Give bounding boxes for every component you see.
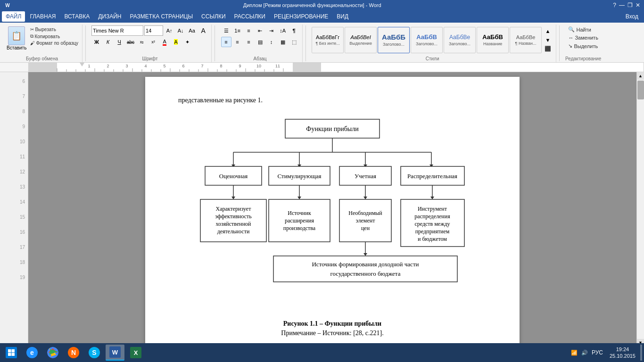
cut-button[interactable]: ✂ Вырезать [29, 26, 79, 33]
menu-home[interactable]: ГЛАВНАЯ [26, 11, 59, 22]
left-margin: 6 7 8 9 10 11 12 13 14 15 16 17 18 19 [0, 72, 28, 346]
highlight-color-button[interactable]: A [171, 37, 181, 47]
style-heading2[interactable]: АаБбВ Заголово... [411, 27, 443, 53]
line-spacing-button[interactable]: ↕ [266, 37, 277, 47]
menu-view[interactable]: ВИД [333, 11, 352, 22]
menu-file[interactable]: ФАЙЛ [2, 11, 25, 22]
ie-button[interactable]: e [23, 345, 41, 361]
align-center-button[interactable]: ≡ [232, 37, 243, 47]
word-button[interactable]: W [106, 345, 124, 361]
multilevel-list-button[interactable]: ≡ [244, 25, 254, 36]
scissors-icon: ✂ [30, 27, 34, 32]
style-title[interactable]: АаБбВ Название [477, 27, 509, 53]
divider-3 [305, 25, 306, 61]
page: представленные на рисунке 1. Функции при… [145, 77, 520, 346]
excel-button[interactable]: X [126, 345, 145, 361]
align-right-button[interactable]: ≡ [244, 37, 254, 47]
start-button[interactable] [2, 345, 21, 361]
scroll-up-button[interactable]: ▲ [637, 72, 644, 80]
svg-text:8: 8 [220, 64, 222, 68]
diagram-l2-0-line2: эффективность [215, 213, 252, 220]
select-button[interactable]: ↘ Выделить [565, 42, 601, 50]
style-emphasis[interactable]: АаБбВеI Выделение [345, 27, 377, 53]
ruler-line: 1 2 3 4 5 6 7 8 9 10 11 [28, 63, 644, 72]
change-case-button[interactable]: Аа [187, 25, 197, 36]
svg-text:2: 2 [107, 64, 109, 68]
diagram-l2-2-line1: Необходимый [348, 210, 382, 216]
clear-formatting-button[interactable]: ✦ [182, 37, 192, 47]
select-icon: ↘ [568, 43, 572, 49]
decrease-font-button[interactable]: A↓ [175, 25, 186, 36]
align-left-button[interactable]: ≡ [221, 37, 231, 47]
svg-marker-58 [297, 197, 301, 199]
font-color-button[interactable]: A [159, 37, 170, 47]
decrease-indent-button[interactable]: ⇤ [255, 25, 265, 36]
scroll-thumb[interactable] [637, 81, 644, 99]
diagram-l3-line2: государственного бюджета [330, 270, 401, 277]
style-normal[interactable]: АаБбВвГг ¶ Без инте... [312, 27, 344, 53]
font-label: Шрифт [142, 54, 158, 61]
shading-button[interactable]: ▦ [278, 37, 288, 47]
minimize-button[interactable]: — [619, 2, 625, 8]
title-bar: W Диплом [Режим ограниченной функциональ… [0, 0, 644, 10]
chrome-button[interactable] [43, 345, 62, 361]
replace-button[interactable]: ↔ Заменить [565, 34, 601, 41]
svg-rect-70 [8, 349, 11, 353]
justify-button[interactable]: ▤ [255, 37, 265, 47]
document-area[interactable]: представленные на рисунке 1. Функции при… [28, 72, 636, 346]
diagram-l2-1-line1: Источник [288, 210, 311, 216]
subscript-button[interactable]: x₂ [137, 37, 147, 47]
fig-note: Примечание – Источник: [28, с.221]. [281, 329, 383, 337]
restore-button[interactable]: ❐ [627, 2, 633, 8]
menu-mailings[interactable]: РАССЫЛКИ [231, 11, 269, 22]
paste-button[interactable]: 📋 Вставить [5, 25, 28, 54]
numbering-button[interactable]: 1≡ [232, 25, 243, 36]
close-button[interactable]: ✕ [636, 2, 640, 8]
style-heading1[interactable]: АаБбБ Заголово... [378, 27, 410, 53]
svg-text:9: 9 [239, 64, 241, 68]
styles-scroll-down[interactable]: ▼ [543, 35, 553, 44]
find-button[interactable]: 🔍 Найти [565, 25, 601, 33]
paste-label: Вставить [7, 45, 26, 50]
svg-rect-69 [273, 256, 457, 282]
diagram-l1-3: Распределительная [407, 173, 457, 180]
styles-more[interactable]: ⬛ [543, 44, 553, 53]
text-highlight-button[interactable]: A [198, 25, 208, 36]
menu-review[interactable]: РЕЦЕНЗИРОВАНИЕ [270, 11, 332, 22]
style-subtitle[interactable]: АаБбВе ¶ Назван... [510, 27, 542, 53]
svg-text:1: 1 [88, 64, 90, 68]
strikethrough-button[interactable]: abc [125, 37, 136, 47]
format-painter-button[interactable]: 🖌 Формат по образцу [29, 40, 79, 46]
font-size-input[interactable] [144, 25, 163, 36]
menu-insert[interactable]: ВСТАВКА [60, 11, 93, 22]
copy-button[interactable]: ⧉ Копировать [29, 33, 79, 40]
menu-references[interactable]: ССЫЛКИ [198, 11, 229, 22]
italic-button[interactable]: К [103, 37, 113, 47]
bullets-button[interactable]: ☰ [221, 25, 231, 36]
superscript-button[interactable]: x² [148, 37, 158, 47]
increase-font-button[interactable]: A↑ [164, 25, 174, 36]
help-icon[interactable]: ? [613, 2, 616, 8]
menu-signin[interactable]: Вход [622, 11, 642, 22]
bold-button[interactable]: Ж [91, 37, 102, 47]
replace-icon: ↔ [568, 35, 573, 41]
sort-button[interactable]: ↕A [278, 25, 288, 36]
diagram-l3-line1: Источник формирования доходной части [312, 261, 419, 268]
show-desktop-button[interactable] [640, 345, 642, 361]
increase-indent-button[interactable]: ⇥ [266, 25, 277, 36]
ribbon-paragraph-group: ☰ 1≡ ≡ ⇤ ⇥ ↕A ¶ ≡ ≡ ≡ ▤ ↕ ▦ [218, 25, 303, 62]
show-hide-button[interactable]: ¶ [289, 25, 299, 36]
styles-scroll-up[interactable]: ▲ [543, 27, 553, 36]
font-name-input[interactable] [91, 25, 143, 36]
menu-design[interactable]: ДИЗАЙН [94, 11, 125, 22]
menu-page-layout[interactable]: РАЗМЕТКА СТРАНИЦЫ [126, 11, 197, 22]
style-heading3[interactable]: АаБбВе Заголово... [444, 27, 476, 53]
skype-button[interactable]: S [85, 345, 104, 361]
norton-button[interactable]: N [64, 345, 83, 361]
time-display: 19:24 [610, 346, 636, 353]
time-date[interactable]: 19:24 25.10.2015 [610, 346, 636, 360]
underline-button[interactable]: Ч [114, 37, 124, 47]
right-scrollbar[interactable]: ▲ ▼ [636, 72, 644, 346]
borders-button[interactable]: ⬚ [289, 37, 299, 47]
brush-icon: 🖌 [30, 41, 35, 46]
